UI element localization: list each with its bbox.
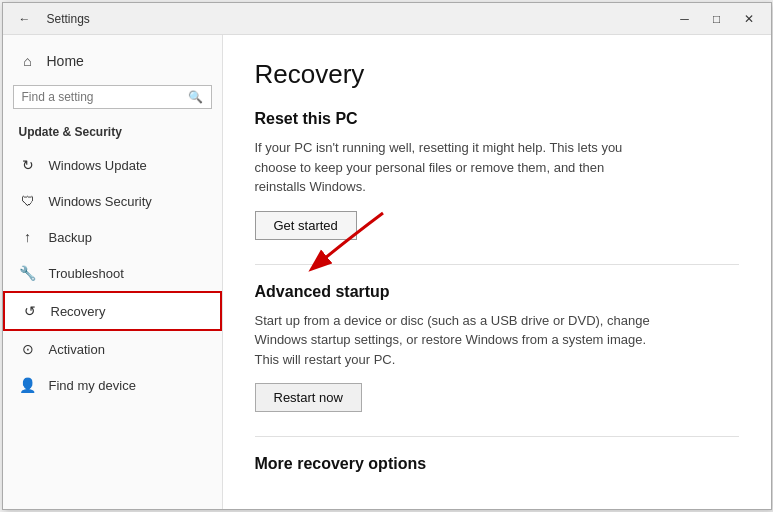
find-my-device-icon: 👤 [19,377,37,393]
sidebar-item-home[interactable]: ⌂ Home [3,43,222,79]
activation-icon: ⊙ [19,341,37,357]
section-divider [255,264,739,265]
search-box[interactable]: 🔍 [13,85,212,109]
sidebar-section-title: Update & Security [3,119,222,147]
settings-window: ← Settings ─ □ ✕ ⌂ Home 🔍 Update & Secur… [2,2,772,510]
window-title: Settings [47,12,90,26]
main-content: Recovery Reset this PC If your PC isn't … [223,35,771,509]
backup-icon: ↑ [19,229,37,245]
home-label: Home [47,53,84,69]
sidebar-item-activation[interactable]: ⊙ Activation [3,331,222,367]
home-icon: ⌂ [19,53,37,69]
sidebar-item-label: Recovery [51,304,106,319]
advanced-startup-title: Advanced startup [255,283,739,301]
sidebar-item-label: Backup [49,230,92,245]
get-started-button[interactable]: Get started [255,211,357,240]
restart-now-button[interactable]: Restart now [255,383,362,412]
reset-section-desc: If your PC isn't running well, resetting… [255,138,655,197]
maximize-button[interactable]: □ [703,9,731,29]
page-title: Recovery [255,59,739,90]
minimize-button[interactable]: ─ [671,9,699,29]
sidebar-item-windows-update[interactable]: ↻ Windows Update [3,147,222,183]
sidebar-item-label: Windows Security [49,194,152,209]
windows-security-icon: 🛡 [19,193,37,209]
recovery-icon: ↺ [21,303,39,319]
search-icon: 🔍 [188,90,203,104]
windows-update-icon: ↻ [19,157,37,173]
content-area: ⌂ Home 🔍 Update & Security ↻ Windows Upd… [3,35,771,509]
sidebar-item-label: Windows Update [49,158,147,173]
sidebar-item-label: Find my device [49,378,136,393]
sidebar-item-backup[interactable]: ↑ Backup [3,219,222,255]
sidebar-item-recovery[interactable]: ↺ Recovery [3,291,222,331]
section-divider-2 [255,436,739,437]
sidebar-item-windows-security[interactable]: 🛡 Windows Security [3,183,222,219]
sidebar-item-label: Activation [49,342,105,357]
more-recovery-title: More recovery options [255,455,739,473]
sidebar-item-troubleshoot[interactable]: 🔧 Troubleshoot [3,255,222,291]
sidebar-item-find-my-device[interactable]: 👤 Find my device [3,367,222,403]
back-button[interactable]: ← [11,9,39,29]
close-button[interactable]: ✕ [735,9,763,29]
troubleshoot-icon: 🔧 [19,265,37,281]
reset-section-title: Reset this PC [255,110,739,128]
title-bar-controls: ─ □ ✕ [671,9,763,29]
title-bar: ← Settings ─ □ ✕ [3,3,771,35]
sidebar-item-label: Troubleshoot [49,266,124,281]
search-input[interactable] [22,90,188,104]
sidebar: ⌂ Home 🔍 Update & Security ↻ Windows Upd… [3,35,223,509]
advanced-startup-desc: Start up from a device or disc (such as … [255,311,655,370]
title-bar-left: ← Settings [11,9,90,29]
